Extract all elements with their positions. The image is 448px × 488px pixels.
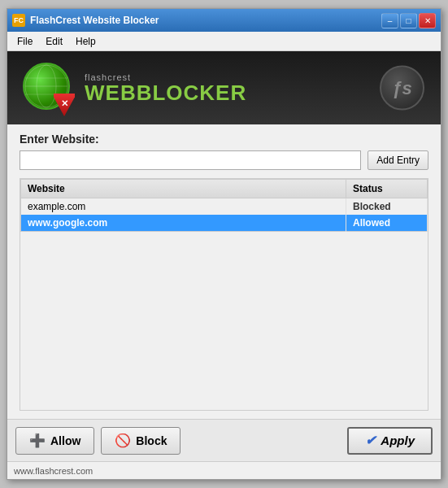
cell-status: Allowed [346, 215, 428, 232]
allow-button[interactable]: ➕ Allow [15, 427, 94, 455]
block-icon: 🚫 [115, 433, 131, 448]
cell-website: example.com [21, 198, 346, 216]
menu-help[interactable]: Help [69, 34, 102, 49]
header-banner: ✕ flashcrest WEBBLOCKER ƒs [7, 51, 441, 124]
maximize-button[interactable]: □ [400, 13, 417, 28]
header-title: flashcrest WEBBLOCKER [85, 72, 246, 103]
close-button[interactable]: ✕ [419, 13, 436, 28]
title-bar-left: FC FlashCrest Website Blocker [12, 14, 159, 27]
apply-button[interactable]: ✔ Apply [347, 427, 433, 455]
website-table: Website Status example.comBlockedwww.goo… [20, 179, 428, 232]
website-input[interactable] [20, 150, 361, 170]
title-controls: – □ ✕ [381, 13, 436, 28]
minimize-button[interactable]: – [381, 13, 398, 28]
status-text: www.flashcrest.com [14, 466, 93, 476]
status-bar: www.flashcrest.com [7, 461, 441, 479]
col-header-status: Status [346, 180, 428, 198]
cell-website: www.google.com [21, 215, 346, 232]
website-table-wrapper: Website Status example.comBlockedwww.goo… [20, 178, 428, 411]
title-bar: FC FlashCrest Website Blocker – □ ✕ [7, 9, 441, 32]
allow-icon: ➕ [29, 433, 46, 448]
product-blocker: BLOCKER [137, 81, 247, 105]
apply-label: Apply [381, 434, 415, 447]
col-header-website: Website [21, 180, 346, 198]
shield-x-icon: ✕ [61, 98, 68, 109]
block-button[interactable]: 🚫 Block [101, 427, 181, 455]
header-logo: ✕ [20, 59, 76, 116]
main-window: FC FlashCrest Website Blocker – □ ✕ File… [7, 8, 441, 480]
table-row[interactable]: example.comBlocked [21, 198, 428, 216]
menu-file[interactable]: File [11, 34, 39, 49]
menu-bar: File Edit Help [7, 32, 441, 51]
product-web: WEB [85, 81, 137, 105]
flashcrest-logo: ƒs [380, 66, 424, 111]
input-row: Add Entry [20, 150, 428, 170]
apply-check-icon: ✔ [365, 433, 376, 448]
window-title: FlashCrest Website Blocker [30, 15, 159, 26]
title-icon: FC [12, 14, 25, 27]
bottom-bar: ➕ Allow 🚫 Block ✔ Apply [7, 419, 441, 461]
add-entry-button[interactable]: Add Entry [368, 150, 428, 170]
allow-label: Allow [50, 434, 80, 447]
content-area: Enter Website: Add Entry Website Status … [7, 124, 441, 419]
product-name: WEBBLOCKER [85, 82, 246, 103]
table-header-row: Website Status [21, 180, 428, 198]
menu-edit[interactable]: Edit [39, 34, 69, 49]
table-row[interactable]: www.google.comAllowed [21, 215, 428, 232]
enter-website-label: Enter Website: [20, 133, 428, 146]
cell-status: Blocked [346, 198, 428, 216]
block-label: Block [136, 434, 167, 447]
